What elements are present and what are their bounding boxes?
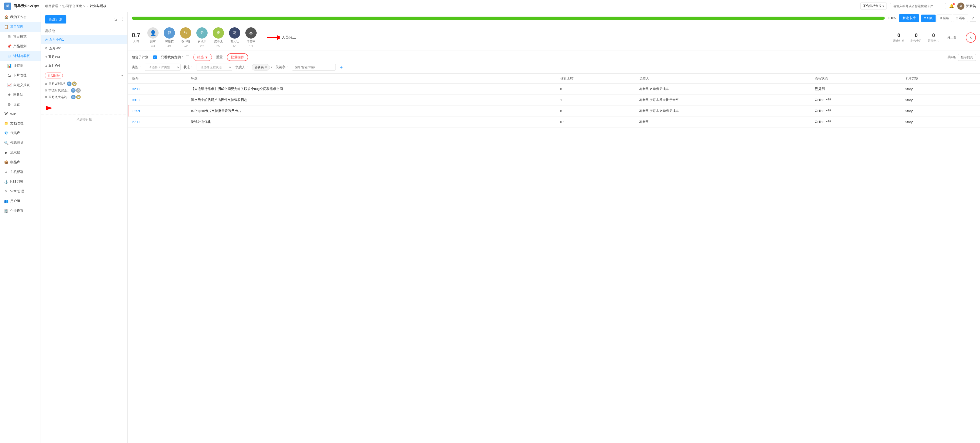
avg-label: 人均 xyxy=(133,39,139,43)
reset-button[interactable]: 重置 xyxy=(216,55,223,59)
total-count: 共4条 xyxy=(948,55,956,59)
sprint-item-w1[interactable]: ◎ 五月小W1 xyxy=(41,35,127,44)
sprint-item-w4[interactable]: □ 五月W4 xyxy=(41,61,127,70)
sprint-label-w1: 五月小W1 xyxy=(49,37,64,42)
goal-label-1: 四月W5归档 xyxy=(49,82,65,86)
avatar-all-icon: 👤 xyxy=(147,27,159,38)
sidebar-item-scancode[interactable]: 🔍 代码扫描 xyxy=(0,138,41,148)
sidebar-item-k8s[interactable]: ⚓ K8S部署 xyxy=(0,177,41,186)
card-link-3313[interactable]: 3313 xyxy=(132,98,140,102)
sidebar-item-recycle[interactable]: 🗑 回收站 xyxy=(0,90,41,100)
display-columns-button[interactable]: 显示的列 xyxy=(958,54,976,61)
view-list-button[interactable]: ≡ 列表 xyxy=(921,14,935,22)
avatar-member-5[interactable]: 葛 葛大壮 1/1 xyxy=(229,27,240,48)
avatar-name-3: 尹成丰 xyxy=(198,40,206,43)
progress-text: 100% xyxy=(888,16,896,20)
sidebar-item-enterprise[interactable]: 🏢 企业设置 xyxy=(0,206,41,216)
avatar-member-4[interactable]: 庆 庆哥儿 2/2 xyxy=(213,27,224,48)
breadcrumb-project[interactable]: 项目管理 xyxy=(45,4,58,8)
include-sub-label: 包含子计划： xyxy=(132,55,152,59)
table-row: 2700 测试计划优化 0.1 郭新英 Online上线 Story xyxy=(128,116,980,127)
search-input[interactable] xyxy=(890,3,946,9)
sidebar-item-workbench[interactable]: 🏠 我的工作台 xyxy=(0,12,41,22)
row-type-3313: Story xyxy=(901,94,980,105)
expand-button[interactable]: ⤢ xyxy=(970,15,976,22)
card-link-2700[interactable]: 2700 xyxy=(132,120,140,124)
include-sub-checkbox[interactable]: 包含子计划： ✓ xyxy=(132,55,157,59)
mini-avatar: 郭 xyxy=(67,81,72,86)
archive-icon[interactable]: 🗂 xyxy=(113,17,117,22)
sidebar-label-voc: VOC管理 xyxy=(10,189,24,194)
avatar-member-2[interactable]: 张 张华明 2/2 xyxy=(180,27,191,48)
avatar-all[interactable]: 👤 所有 4/4 xyxy=(147,27,159,48)
goal-add-icon[interactable]: + xyxy=(121,73,123,77)
demand-pool-item[interactable]: 需求池 xyxy=(41,27,127,35)
sidebar-item-overview[interactable]: ⊞ 项目概览 xyxy=(0,32,41,41)
docs-icon: 📁 xyxy=(4,121,8,126)
avatar-member-3[interactable]: 尹 尹成丰 2/2 xyxy=(196,27,208,48)
user-avatar[interactable]: 郭 郭新英 xyxy=(957,3,976,10)
only-mine-checkbox[interactable]: 只看我负责的： xyxy=(161,55,189,59)
collapse-section-btn[interactable]: ∧ xyxy=(966,32,976,43)
hierarchy-icon: ⊞ xyxy=(939,16,942,20)
overview-icon: ⊞ xyxy=(7,35,11,38)
sidebar-item-pipeline[interactable]: ▶ 流水线 xyxy=(0,148,41,158)
filter-button[interactable]: 筛选 ▼ xyxy=(193,54,212,61)
status-select[interactable]: 请选择流程状态 xyxy=(197,64,232,71)
goal-item-1[interactable]: 四月W5归档 郭 🕐 xyxy=(45,80,123,87)
archive-select[interactable]: 不含归档卡片 ▾ xyxy=(860,3,887,10)
batch-operation-button[interactable]: 批量操作 xyxy=(227,53,248,61)
sidebar-label-host: 主机部署 xyxy=(10,170,24,174)
keyword-input[interactable] xyxy=(292,64,336,70)
sidebar-item-settings[interactable]: ⚙ 设置 xyxy=(0,100,41,109)
sidebar-item-library[interactable]: 📦 制品库 xyxy=(0,158,41,167)
distribution-label: 分工图 xyxy=(947,35,956,40)
view-hierarchy-button[interactable]: ⊞ 层级 xyxy=(937,14,951,22)
card-link-3259[interactable]: 3259 xyxy=(132,109,140,113)
sidebar-item-wiki[interactable]: W Wiki xyxy=(0,109,41,118)
sidebar-item-product[interactable]: 📌 产品规划 xyxy=(0,41,41,51)
card-icon: 🗂 xyxy=(7,73,11,77)
sidebar-label-gantt: 甘特图 xyxy=(13,63,23,68)
sprint-item-w2[interactable]: ⊙ 五月W2 xyxy=(41,44,127,53)
sidebar-item-users[interactable]: 👥 用户组 xyxy=(0,196,41,206)
goal-arrow-annotation xyxy=(41,104,127,112)
sidebar-label-scancode: 代码扫描 xyxy=(10,140,24,145)
card-link-3208[interactable]: 3208 xyxy=(132,87,140,91)
collapse-icon[interactable]: 〈 xyxy=(119,17,123,22)
sidebar-item-gantt[interactable]: 📊 甘特图 xyxy=(0,61,41,70)
col-title: 标题 xyxy=(187,73,556,84)
sidebar-item-coderepo[interactable]: 💎 代码库 xyxy=(0,128,41,138)
tag-close-icon[interactable]: ✕ xyxy=(265,66,267,69)
stat-remaining-cards: 0 剩余卡片 xyxy=(910,32,922,43)
report-icon: 📈 xyxy=(7,83,11,87)
goal-item-3[interactable]: 五月底大连银... 郭 🕐 xyxy=(45,94,123,100)
goal-item-2[interactable]: 宁德时代安全... 郭 🕐 xyxy=(45,87,123,94)
sidebar-item-report[interactable]: 📈 自定义报表 xyxy=(0,80,41,90)
breadcrumb-collab[interactable]: 协同平台研发 ∨ xyxy=(62,4,86,8)
sidebar-item-project[interactable]: 📋 项目管理 xyxy=(0,22,41,32)
new-card-button[interactable]: 新建卡片 xyxy=(899,14,919,22)
sidebar-item-docs[interactable]: 📁 文档管理 xyxy=(0,118,41,128)
view-board-button[interactable]: ⊟ 看板 xyxy=(953,14,968,22)
sprint-item-w3[interactable]: □ 五月W3 xyxy=(41,53,127,61)
new-plan-button[interactable]: 新建计划 xyxy=(45,15,67,24)
assignee-filter-label: 负责人： xyxy=(235,65,249,70)
type-select[interactable]: 请选择卡片类型 xyxy=(145,64,181,71)
sidebar-item-plan[interactable]: ⊟ 计划与看板 xyxy=(0,51,41,61)
sidebar-item-card[interactable]: 🗂 卡片管理 xyxy=(0,70,41,80)
add-filter-button[interactable]: ＋ xyxy=(339,64,344,70)
avatar-member-6[interactable]: 🐼 于宏平 1/1 xyxy=(245,27,257,48)
enterprise-icon: 🏢 xyxy=(4,209,8,213)
avatar-member-1[interactable]: 郭 郭新英 4/4 xyxy=(164,27,175,48)
left-panel: 新建计划 🗂 〈 需求池 ◎ 五月小W1 ⊙ 五月W2 □ 五月W3 □ xyxy=(41,12,128,443)
collapse-circle-btn[interactable]: ∧ xyxy=(966,32,976,43)
sidebar-item-voc[interactable]: ✕ VOC管理 xyxy=(0,186,41,196)
goal-title: 计划目标 xyxy=(45,73,63,78)
sidebar-label-plan: 计划与看板 xyxy=(13,54,30,58)
bell-icon[interactable]: 🔔 xyxy=(949,3,954,8)
sidebar-item-host[interactable]: 🖥 主机部署 xyxy=(0,167,41,177)
assignee-tag[interactable]: 郭新英 ✕ xyxy=(252,64,270,70)
row-id-2700: 2700 xyxy=(128,116,187,127)
row-type-3208: Story xyxy=(901,84,980,94)
